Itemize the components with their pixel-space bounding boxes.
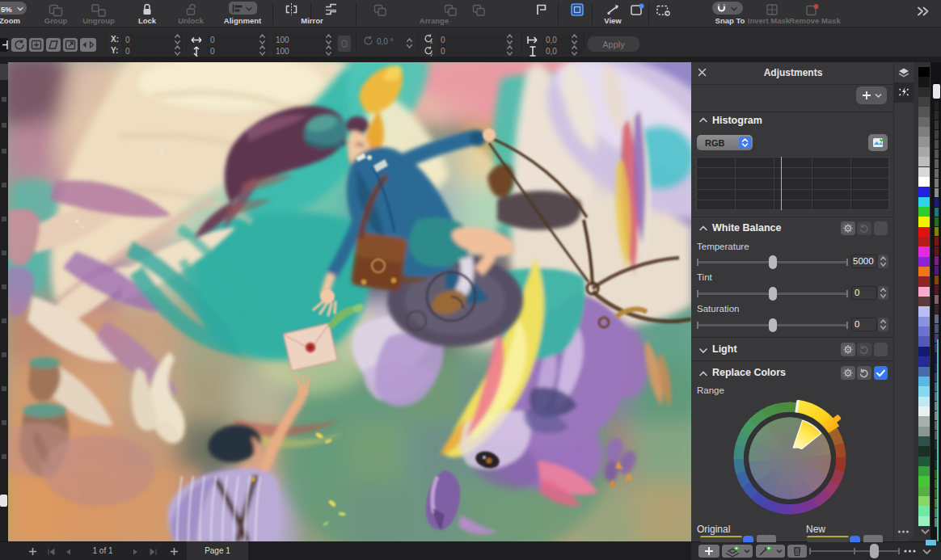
svg-text:y: y <box>430 52 433 57</box>
svg-text:x: x <box>430 40 433 44</box>
